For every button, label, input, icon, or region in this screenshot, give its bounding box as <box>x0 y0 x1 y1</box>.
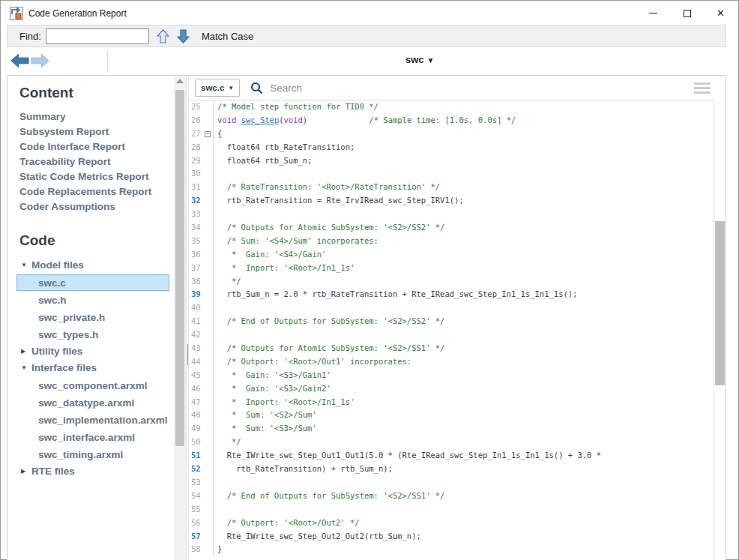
line-number[interactable]: 29 <box>189 154 204 168</box>
chevron-collapsed-icon[interactable]: ▶ <box>21 343 31 360</box>
line-number[interactable]: 47 <box>189 396 204 409</box>
find-previous-button[interactable] <box>157 29 169 43</box>
line-gutter: 42 <box>189 328 214 342</box>
forward-button[interactable] <box>30 52 50 70</box>
line-number[interactable]: 49 <box>189 422 204 436</box>
line-number-highlighted[interactable]: 39 <box>189 288 204 301</box>
line-number[interactable]: 56 <box>189 517 204 530</box>
code-line-text: */ <box>214 275 241 289</box>
code-line-text: /* Sum: '<S4>/Sum' incorporates: <box>214 235 378 248</box>
find-next-button[interactable] <box>177 29 190 43</box>
code-line: 31 /* RateTransition: '<Root>/RateTransi… <box>189 181 714 194</box>
line-gutter: 52 <box>189 463 214 476</box>
chevron-expanded-icon[interactable]: ▼ <box>21 360 31 376</box>
tree-file-swc-datatype-arxml[interactable]: swc_datatype.arxml <box>16 394 169 411</box>
file-selector-dropdown[interactable]: swc.c▼ <box>195 79 240 97</box>
content-link[interactable]: Code Replacements Report <box>19 184 174 199</box>
line-number[interactable]: 33 <box>189 208 204 221</box>
tree-file-swc-private-h[interactable]: swc_private.h <box>16 309 169 325</box>
line-number[interactable]: 43 <box>189 342 204 355</box>
line-number[interactable]: 37 <box>189 262 204 275</box>
line-number[interactable]: 36 <box>189 248 204 262</box>
fold-column <box>204 436 213 449</box>
content-link[interactable]: Static Code Metrics Report <box>19 169 174 184</box>
line-number[interactable]: 53 <box>189 476 204 490</box>
code-line-text: void swc_Step(void) /* Sample time: [1.0… <box>214 114 516 127</box>
sidebar-scrollbar-thumb[interactable] <box>175 90 184 446</box>
tree-file-swc-timing-arxml[interactable]: swc_timing.arxml <box>16 446 169 463</box>
match-case-toggle[interactable]: Match Case <box>202 31 253 42</box>
chevron-collapsed-icon[interactable]: ▶ <box>21 463 31 480</box>
line-number[interactable]: 44 <box>189 355 204 369</box>
tree-node-model-files[interactable]: ▼Model files <box>7 257 174 274</box>
code-text: rtb_RateTransition = Rte_IrvIRead_swc_St… <box>217 196 464 205</box>
tree-file-swc-c[interactable]: swc.c <box>16 274 169 291</box>
line-number[interactable]: 50 <box>189 436 204 449</box>
line-number[interactable]: 42 <box>189 328 204 342</box>
tree-node-utility-files[interactable]: ▶Utility files <box>7 343 174 360</box>
code-symbol-link[interactable]: swc_Step <box>241 115 280 124</box>
content-link[interactable]: Traceability Report <box>19 154 174 169</box>
chevron-expanded-icon[interactable]: ▼ <box>21 257 31 274</box>
code-scrollbar[interactable] <box>714 100 726 560</box>
code-line: 29 float64 rtb_Sum_n; <box>189 154 714 168</box>
line-number[interactable]: 30 <box>189 167 204 181</box>
tree-file-swc-implementation-arxml[interactable]: swc_implementation.arxml <box>16 412 169 428</box>
line-number[interactable]: 54 <box>189 490 204 503</box>
code-scrollbar-thumb[interactable] <box>715 221 725 385</box>
find-input[interactable] <box>46 28 149 44</box>
back-button[interactable] <box>10 52 30 70</box>
line-number-highlighted[interactable]: 51 <box>189 449 204 463</box>
line-number[interactable]: 41 <box>189 315 204 328</box>
line-number[interactable]: 27 <box>189 127 204 141</box>
line-number[interactable]: 46 <box>189 382 204 396</box>
sidebar-scrollbar[interactable] <box>174 76 186 560</box>
line-number-highlighted[interactable]: 57 <box>189 530 204 544</box>
content-link[interactable]: Summary <box>19 109 174 124</box>
tree-file-swc-interface-arxml[interactable]: swc_interface.arxml <box>16 429 169 445</box>
line-number[interactable]: 45 <box>189 369 204 382</box>
collapse-icon[interactable] <box>205 131 211 137</box>
fold-column <box>204 409 213 422</box>
line-number[interactable]: 26 <box>189 114 204 127</box>
tree-node-rte-files[interactable]: ▶RTE files <box>7 463 174 480</box>
minimize-button[interactable] <box>636 1 670 25</box>
tree-file-swc-h[interactable]: swc.h <box>16 292 169 308</box>
code-line-text: /* Outport: '<Root>/Out1' incorporates: <box>214 355 411 369</box>
tree-node-interface-files[interactable]: ▼Interface files <box>7 360 174 376</box>
line-number[interactable]: 58 <box>189 543 204 556</box>
content-link[interactable]: Code Interface Report <box>19 139 174 154</box>
line-number[interactable]: 31 <box>189 181 204 194</box>
model-selector-dropdown[interactable]: swc▼ <box>405 54 434 65</box>
line-number[interactable]: 34 <box>189 221 204 235</box>
line-number[interactable]: 40 <box>189 301 204 315</box>
search-icon <box>250 82 263 94</box>
tree-file-swc-component-arxml[interactable]: swc_component.arxml <box>16 377 169 394</box>
line-number[interactable]: 25 <box>189 100 204 114</box>
line-number[interactable]: 48 <box>189 409 204 422</box>
code-text: } <box>217 544 222 553</box>
line-number-highlighted[interactable]: 32 <box>189 194 204 208</box>
line-number[interactable]: 55 <box>189 503 204 517</box>
line-gutter: 56 <box>189 517 214 530</box>
code-line-text: Rte_IWrite_swc_Step_Out2_Out2(rtb_Sum_n)… <box>214 530 421 544</box>
code-view[interactable]: 25/* Model step function for TID0 */26vo… <box>189 100 714 560</box>
close-button[interactable]: ✕ <box>704 1 738 25</box>
content-link[interactable]: Subsystem Report <box>19 124 174 139</box>
line-number[interactable]: 38 <box>189 275 204 289</box>
line-number[interactable]: 28 <box>189 141 204 154</box>
code-comment: * Sum: '<S2>/Sum' <box>217 410 317 419</box>
line-gutter: 30 <box>189 167 214 181</box>
line-number[interactable]: 35 <box>189 235 204 248</box>
scrollbar-up-arrow-icon[interactable] <box>176 79 184 83</box>
code-line: 30 <box>189 167 714 181</box>
menu-icon[interactable] <box>694 82 711 94</box>
line-number-highlighted[interactable]: 52 <box>189 463 204 476</box>
code-line: 34 /* Outputs for Atomic SubSystem: '<S2… <box>189 221 714 235</box>
content-link[interactable]: Coder Assumptions <box>19 199 174 214</box>
tree-file-swc-types-h[interactable]: swc_types.h <box>16 326 169 343</box>
line-gutter: 37 <box>189 262 214 275</box>
maximize-button[interactable] <box>670 1 704 25</box>
line-gutter: 41 <box>189 315 214 328</box>
search-input[interactable] <box>268 82 694 94</box>
